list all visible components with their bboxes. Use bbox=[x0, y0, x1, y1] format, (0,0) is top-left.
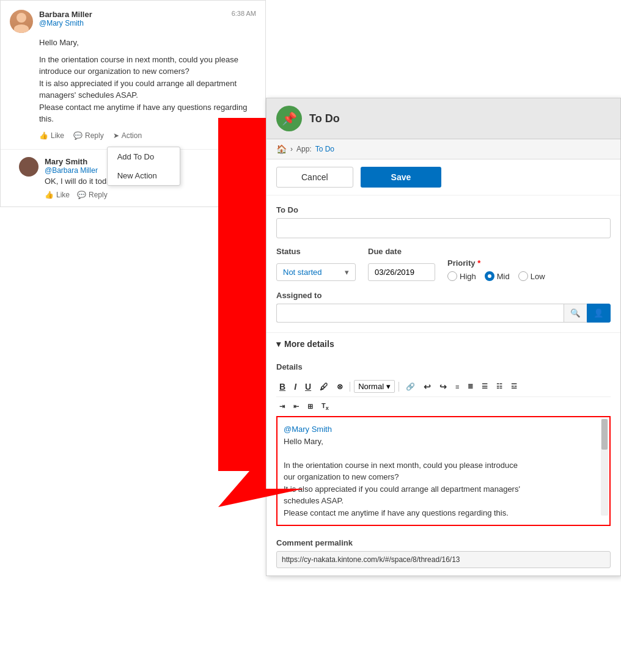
editor-scrollbar[interactable] bbox=[601, 418, 608, 515]
author-info-barbara: Barbara Miller @Mary Smith bbox=[39, 10, 92, 27]
due-date-field: Due date bbox=[368, 247, 435, 281]
format-select[interactable]: Normal ▾ bbox=[354, 380, 395, 393]
person-icon: 👤 bbox=[593, 309, 604, 318]
editor-area[interactable]: @Mary Smith Hello Mary, In the orientati… bbox=[276, 416, 611, 526]
permalink-label: Comment permalink bbox=[276, 538, 611, 547]
pin-icon: 📌 bbox=[276, 106, 302, 131]
breadcrumb-separator: › bbox=[290, 145, 293, 153]
todo-actions: Cancel Save bbox=[266, 159, 620, 195]
align-right-button[interactable]: ☲ bbox=[508, 381, 520, 392]
clear-format-button[interactable]: Tx bbox=[318, 401, 332, 412]
strikethrough-button[interactable]: ⊗ bbox=[334, 381, 346, 392]
editor-content: @Mary Smith Hello Mary, In the orientati… bbox=[284, 423, 597, 519]
priority-options: High Mid Low bbox=[447, 271, 545, 281]
feed-panel: Barbara Miller @Mary Smith 6:38 AM Hello… bbox=[0, 0, 266, 207]
author-name-barbara: Barbara Miller bbox=[39, 10, 92, 19]
radio-high[interactable] bbox=[447, 271, 457, 281]
priority-field: Priority * High Mid Low bbox=[447, 258, 545, 281]
greeting-1: Hello Mary, bbox=[39, 37, 256, 49]
undo-button[interactable]: ↩ bbox=[421, 381, 434, 393]
cancel-button[interactable]: Cancel bbox=[276, 167, 353, 188]
todo-header: 📌 To Do bbox=[266, 98, 620, 139]
table-button[interactable]: ⊞ bbox=[304, 401, 316, 412]
message-actions-1: 👍 Like 💬 Reply ➤ Action Add To Do New Ac… bbox=[39, 131, 256, 140]
avatar-barbara bbox=[10, 10, 33, 33]
thumb-up-icon-reply: 👍 bbox=[45, 191, 54, 199]
like-button-reply[interactable]: 👍 Like bbox=[45, 191, 70, 199]
todo-title: To Do bbox=[309, 112, 340, 125]
editor-line2: our organization to new comers? bbox=[284, 472, 399, 481]
more-details-toggle[interactable]: ▾ More details bbox=[276, 339, 611, 349]
search-button[interactable]: 🔍 bbox=[564, 304, 587, 323]
action-dropdown[interactable]: ➤ Action Add To Do New Action bbox=[113, 131, 142, 140]
chevron-down-icon: ▾ bbox=[345, 268, 349, 277]
redo-button[interactable]: ↪ bbox=[436, 381, 450, 393]
radio-low[interactable] bbox=[518, 271, 528, 281]
highlight-button[interactable]: 🖊 bbox=[317, 381, 331, 393]
editor-mention: @Mary Smith bbox=[284, 425, 332, 434]
status-value: Not started bbox=[283, 268, 322, 277]
format-label: Normal bbox=[358, 382, 384, 391]
pin-emoji: 📌 bbox=[282, 111, 297, 126]
editor-greeting: Hello Mary, bbox=[284, 437, 323, 446]
feed-message-1: Barbara Miller @Mary Smith 6:38 AM Hello… bbox=[1, 1, 265, 150]
mention-mary[interactable]: @Mary Smith bbox=[39, 19, 92, 27]
breadcrumb-app-name[interactable]: To Do bbox=[315, 145, 334, 153]
bold-button[interactable]: B bbox=[276, 381, 288, 393]
radio-mid[interactable] bbox=[485, 271, 494, 281]
body-text-1: In the orientation course in next month,… bbox=[39, 54, 256, 125]
details-label: Details bbox=[276, 362, 611, 371]
align-left-button[interactable]: ☰ bbox=[479, 381, 491, 392]
priority-high[interactable]: High bbox=[447, 271, 476, 281]
home-icon[interactable]: 🏠 bbox=[276, 144, 287, 154]
reply-icon-reply: 💬 bbox=[77, 191, 86, 199]
indent-button[interactable]: ⇥ bbox=[276, 401, 288, 412]
like-button-1[interactable]: 👍 Like bbox=[39, 131, 64, 140]
fields-row: Status Not started ▾ Due date Priority * bbox=[276, 247, 611, 281]
toolbar-sep-1 bbox=[350, 382, 350, 392]
align-center-button[interactable]: ☷ bbox=[493, 381, 505, 392]
due-date-input[interactable] bbox=[368, 263, 435, 281]
reply-icon-1: 💬 bbox=[73, 131, 83, 140]
editor-line3: It is also appreciated if you could arra… bbox=[284, 484, 520, 494]
toolbar-sep-2 bbox=[399, 382, 399, 392]
new-action-item[interactable]: New Action bbox=[108, 166, 180, 185]
priority-low[interactable]: Low bbox=[518, 271, 545, 281]
permalink-section: Comment permalink bbox=[266, 533, 620, 575]
todo-panel: 📌 To Do 🏠 › App: To Do Cancel Save To Do… bbox=[266, 98, 621, 576]
editor-toolbar: B I U 🖊 ⊗ Normal ▾ 🔗 ↩ ↪ ≡ ≣ ☰ ☷ ☲ bbox=[276, 376, 611, 397]
reply-content-1: Mary Smith @Barbara Miller OK, I will do… bbox=[45, 157, 117, 199]
editor-line4: schedules ASAP. bbox=[284, 496, 344, 505]
add-todo-item[interactable]: Add To Do bbox=[108, 147, 180, 166]
status-field: Status Not started ▾ bbox=[276, 247, 356, 281]
action-dropdown-menu: Add To Do New Action bbox=[107, 147, 180, 186]
reply-button-reply[interactable]: 💬 Reply bbox=[77, 191, 108, 199]
priority-mid[interactable]: Mid bbox=[485, 271, 510, 281]
reply-button-1[interactable]: 💬 Reply bbox=[73, 131, 104, 140]
priority-mid-label: Mid bbox=[497, 272, 510, 281]
assigned-input-row: 🔍 👤 bbox=[276, 304, 611, 323]
permalink-url-input[interactable] bbox=[276, 551, 611, 568]
assigned-input[interactable] bbox=[276, 304, 564, 323]
ul-button[interactable]: ≡ bbox=[452, 382, 462, 392]
chevron-down-icon-details: ▾ bbox=[276, 339, 281, 349]
scrollbar-thumb bbox=[601, 419, 608, 450]
message-body-1: Hello Mary, In the orientation course in… bbox=[39, 37, 256, 125]
todo-input[interactable] bbox=[276, 218, 611, 238]
due-date-label: Due date bbox=[368, 247, 435, 256]
status-label: Status bbox=[276, 247, 356, 256]
editor-toolbar-2: ⇥ ⇤ ⊞ Tx bbox=[276, 397, 611, 412]
underline-button[interactable]: U bbox=[302, 381, 314, 393]
save-button[interactable]: Save bbox=[361, 167, 442, 188]
outdent-button[interactable]: ⇤ bbox=[290, 401, 302, 412]
italic-button[interactable]: I bbox=[291, 381, 299, 393]
breadcrumb: 🏠 › App: To Do bbox=[266, 139, 620, 159]
ol-button[interactable]: ≣ bbox=[465, 381, 476, 392]
status-select[interactable]: Not started ▾ bbox=[276, 263, 356, 281]
more-details-section: ▾ More details bbox=[266, 332, 620, 355]
person-button[interactable]: 👤 bbox=[587, 304, 611, 323]
action-arrow-icon: ➤ bbox=[113, 131, 119, 140]
link-button[interactable]: 🔗 bbox=[403, 381, 418, 392]
reply-actions: 👍 Like 💬 Reply bbox=[45, 191, 117, 199]
reply-mention[interactable]: @Barbara Miller bbox=[45, 166, 117, 175]
